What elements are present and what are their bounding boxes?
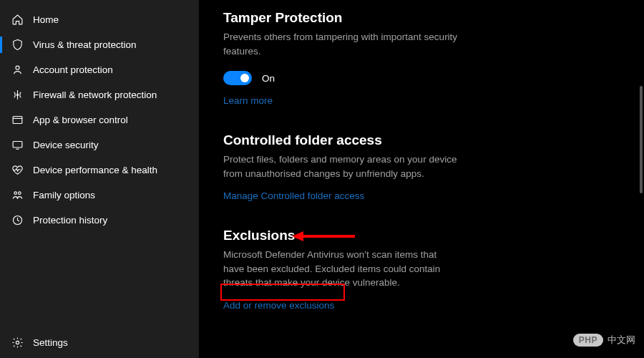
heart-icon — [10, 163, 24, 178]
network-icon — [10, 88, 24, 102]
sidebar-bottom: Settings — [0, 330, 199, 358]
home-icon — [10, 13, 24, 27]
sidebar-item-label: Device performance & health — [33, 165, 157, 175]
sidebar-item-account[interactable]: Account protection — [0, 57, 199, 82]
history-icon — [10, 213, 24, 228]
sidebar-item-virus-threat[interactable]: Virus & threat protection — [0, 32, 199, 57]
svg-point-5 — [18, 192, 21, 195]
svg-rect-3 — [13, 142, 22, 148]
account-icon — [10, 63, 24, 77]
family-icon — [10, 188, 24, 203]
sidebar-item-label: Firewall & network protection — [33, 90, 157, 100]
sidebar-item-label: App & browser control — [33, 115, 128, 125]
section-description: Prevents others from tampering with impo… — [223, 30, 459, 58]
sidebar-item-label: Home — [33, 14, 59, 25]
toggle-row: On — [223, 71, 623, 85]
sidebar-item-history[interactable]: Protection history — [0, 208, 199, 233]
manage-controlled-folder-link[interactable]: Manage Controlled folder access — [223, 190, 364, 201]
sidebar-list: Home Virus & threat protection Account p… — [0, 7, 199, 330]
section-title: Controlled folder access — [223, 132, 623, 148]
sidebar-item-home[interactable]: Home — [0, 7, 199, 32]
sidebar: Home Virus & threat protection Account p… — [0, 0, 199, 358]
toggle-state-label: On — [262, 73, 275, 84]
windows-security-app: Home Virus & threat protection Account p… — [0, 0, 644, 358]
sidebar-item-firewall[interactable]: Firewall & network protection — [0, 82, 199, 107]
sidebar-item-family[interactable]: Family options — [0, 183, 199, 208]
add-remove-exclusions-link[interactable]: Add or remove exclusions — [223, 300, 334, 311]
sidebar-item-label: Account protection — [33, 64, 113, 75]
exclusions-section: Exclusions Microsoft Defender Antivirus … — [223, 228, 623, 311]
device-icon — [10, 138, 24, 153]
svg-point-1 — [16, 94, 18, 95]
svg-point-4 — [14, 192, 16, 195]
tamper-protection-section: Tamper Protection Prevents others from t… — [223, 10, 623, 107]
sidebar-item-settings[interactable]: Settings — [0, 330, 199, 355]
sidebar-item-app-browser[interactable]: App & browser control — [0, 107, 199, 132]
section-title: Tamper Protection — [223, 10, 623, 26]
section-description: Microsoft Defender Antivirus won't scan … — [223, 248, 459, 290]
svg-point-7 — [16, 341, 19, 344]
sidebar-item-device-security[interactable]: Device security — [0, 132, 199, 158]
section-title: Exclusions — [223, 228, 623, 243]
sidebar-item-label: Settings — [33, 337, 68, 348]
svg-point-0 — [16, 66, 19, 69]
svg-rect-2 — [13, 117, 22, 124]
settings-icon — [10, 336, 24, 350]
main-content: Tamper Protection Prevents others from t… — [199, 0, 644, 358]
sidebar-item-label: Virus & threat protection — [33, 39, 137, 50]
learn-more-link[interactable]: Learn more — [223, 95, 273, 106]
section-description: Protect files, folders and memory areas … — [223, 153, 459, 180]
controlled-folder-section: Controlled folder access Protect files, … — [223, 132, 623, 202]
sidebar-item-label: Family options — [33, 190, 95, 200]
shield-icon — [10, 38, 24, 52]
sidebar-item-label: Device security — [33, 140, 99, 150]
browser-icon — [10, 113, 24, 127]
watermark-pill: PHP — [573, 334, 603, 347]
sidebar-item-performance[interactable]: Device performance & health — [0, 158, 199, 183]
scrollbar-thumb[interactable] — [640, 86, 643, 193]
tamper-toggle[interactable] — [223, 71, 252, 85]
scrollbar[interactable] — [640, 0, 643, 358]
watermark-text: 中文网 — [608, 334, 635, 347]
sidebar-item-label: Protection history — [33, 215, 107, 226]
watermark: PHP 中文网 — [573, 334, 635, 347]
